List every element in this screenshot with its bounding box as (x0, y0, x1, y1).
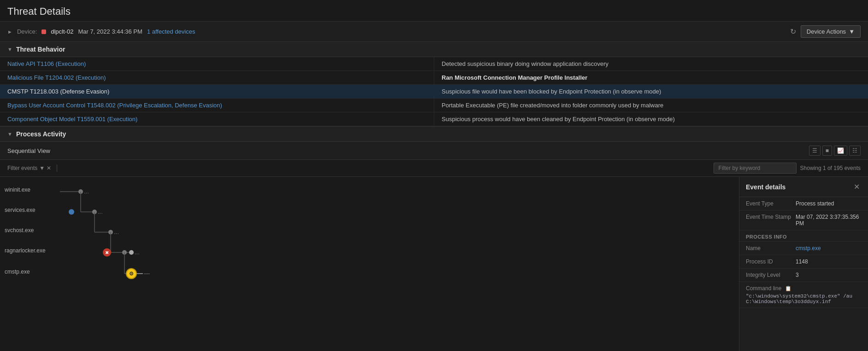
filter-down-icon: ▼ (39, 165, 45, 171)
threat-behavior-row[interactable]: CMSTP T1218.003 (Defense Evasion)Suspici… (0, 85, 868, 99)
grid-view-button[interactable]: ☷ (849, 146, 861, 156)
svg-text:...: ... (84, 188, 89, 195)
process-activity-section: ▼ Process Activity Sequential View ☰ ■ 📈… (0, 127, 868, 351)
process-activity-chevron-icon: ▼ (7, 131, 12, 137)
copy-command-icon[interactable]: 📋 (785, 286, 791, 292)
threat-right-bold[interactable]: Ran Microsoft Connection Manager Profile… (442, 74, 587, 81)
command-line-value: "c:\windows\system32\cmstp.exe" /au C:\W… (746, 293, 862, 304)
threat-left-link[interactable]: Component Object Model T1559.001 (Execut… (7, 116, 137, 123)
threat-right-text: Suspicious process would have been clean… (434, 112, 868, 126)
main-content-area: wininit.exe ... services.exe ... svchost… (0, 177, 868, 351)
device-bar: ► Device: dlpclt-02 Mar 7, 2022 3:44:36 … (0, 22, 868, 42)
threat-left-link[interactable]: Malicious File T1204.002 (Execution) (7, 74, 106, 81)
threat-behavior-chevron-icon: ▼ (7, 47, 12, 52)
event-details-header: Event details ✕ (739, 177, 868, 197)
process-info-section-label: Process Info (739, 230, 868, 242)
threat-behavior-title: Threat Behavior (16, 46, 65, 53)
svg-text:...: ... (135, 249, 140, 256)
event-type-value: Process started (796, 200, 862, 207)
svg-point-7 (69, 209, 74, 215)
threat-left-text: CMSTP T1218.003 (Defense Evasion) (0, 85, 434, 99)
integrity-level-row: Integrity Level 3 (739, 269, 868, 282)
filter-x-icon[interactable]: ✕ (47, 165, 51, 171)
process-id-row: Process ID 1148 (739, 255, 868, 269)
svg-text:cmstp.exe: cmstp.exe (5, 269, 30, 275)
threat-behavior-content: Native API T1106 (Execution)Detected sus… (0, 57, 868, 126)
showing-events-text: Showing 1 of 195 events (800, 165, 861, 171)
event-details-title: Event details (746, 183, 785, 191)
command-line-label: Command line (746, 285, 781, 292)
event-details-close-button[interactable]: ✕ (852, 181, 862, 192)
device-label: Device: (17, 28, 37, 35)
process-name-label: Name (746, 245, 792, 252)
page-title: Threat Details (7, 6, 861, 18)
svg-text:ragnarlocker.exe: ragnarlocker.exe (5, 247, 46, 254)
device-actions-chevron-icon: ▼ (849, 28, 855, 35)
page-header: Threat Details (0, 0, 868, 22)
svg-text:wininit.exe: wininit.exe (4, 187, 30, 193)
process-activity-header[interactable]: ▼ Process Activity (0, 127, 868, 142)
event-details-panel: Event details ✕ Event Type Process start… (739, 177, 868, 351)
svg-text:services.exe: services.exe (5, 207, 35, 213)
sequential-view-bar: Sequential View ☰ ■ 📈 ☷ (0, 142, 868, 160)
svg-point-21 (129, 250, 134, 255)
filter-bar: Filter events ▼ ✕ Showing 1 of 195 event… (0, 160, 868, 177)
threat-left-link[interactable]: Native API T1106 (Execution) (7, 60, 86, 67)
svg-text:⚙: ⚙ (129, 271, 134, 276)
device-actions-label: Device Actions (807, 28, 846, 35)
process-name-value[interactable]: cmstp.exe (796, 245, 862, 252)
view-icons-group: ☰ ■ 📈 ☷ (809, 146, 861, 156)
threat-behavior-header[interactable]: ▼ Threat Behavior (0, 42, 868, 57)
list-view-button[interactable]: ☰ (809, 146, 821, 156)
threat-behavior-row[interactable]: Malicious File T1204.002 (Execution)Ran … (0, 71, 868, 85)
process-activity-title: Process Activity (16, 130, 66, 138)
device-date: Mar 7, 2022 3:44:36 PM (78, 28, 142, 35)
integrity-level-value: 3 (796, 272, 862, 278)
keyword-filter-input[interactable] (714, 163, 797, 174)
event-type-row: Event Type Process started (739, 197, 868, 211)
device-name: dlpclt-02 (51, 28, 73, 35)
filter-events-control[interactable]: Filter events ▼ ✕ (7, 165, 51, 171)
device-bar-actions: ↻ Device Actions ▼ (790, 25, 861, 38)
filter-events-label: Filter events (7, 165, 37, 171)
process-id-label: Process ID (746, 258, 792, 265)
event-type-label: Event Type (746, 200, 792, 207)
process-timeline-svg: wininit.exe ... services.exe ... svchost… (0, 181, 553, 287)
threat-behavior-row[interactable]: Component Object Model T1559.001 (Execut… (0, 112, 868, 126)
svg-text:...: ... (114, 228, 119, 235)
svg-text:svchost.exe: svchost.exe (5, 227, 34, 234)
device-chevron-icon[interactable]: ► (7, 29, 12, 35)
device-status-indicator (41, 29, 46, 34)
threat-behavior-row[interactable]: Native API T1106 (Execution)Detected sus… (0, 57, 868, 71)
process-name-row: Name cmstp.exe (739, 242, 868, 255)
process-id-value: 1148 (796, 258, 862, 265)
filter-text-input[interactable] (63, 165, 709, 171)
event-timestamp-value: Mar 07, 2022 3:37:35.356 PM (796, 214, 862, 227)
command-line-row: Command line 📋 "c:\windows\system32\cmst… (739, 282, 868, 308)
threat-right-text: Suspicious file would have been blocked … (434, 85, 868, 99)
timeline-area: wininit.exe ... services.exe ... svchost… (0, 177, 739, 351)
threat-right-text: Portable Executable (PE) file created/mo… (434, 99, 868, 112)
affected-count: 1 affected devices (147, 28, 195, 35)
threat-behavior-row[interactable]: Bypass User Account Control T1548.002 (P… (0, 99, 868, 112)
svg-text:—: — (144, 270, 150, 277)
svg-text:...: ... (98, 208, 103, 215)
threat-left-link[interactable]: Bypass User Account Control T1548.002 (P… (7, 102, 222, 109)
threat-behavior-table: Native API T1106 (Execution)Detected sus… (0, 57, 868, 126)
event-timestamp-row: Event Time Stamp Mar 07, 2022 3:37:35.35… (739, 211, 868, 230)
threat-right-text: Detected suspicious binary doing window … (434, 57, 868, 71)
chart-view-button[interactable]: 📈 (834, 146, 847, 156)
threat-behavior-section: ▼ Threat Behavior Native API T1106 (Exec… (0, 42, 868, 127)
compact-grid-button[interactable]: ■ (822, 146, 832, 156)
sequential-view-label: Sequential View (7, 147, 50, 154)
device-actions-button[interactable]: Device Actions ▼ (801, 25, 861, 38)
integrity-level-label: Integrity Level (746, 272, 792, 278)
refresh-icon[interactable]: ↻ (790, 27, 796, 36)
event-timestamp-label: Event Time Stamp (746, 214, 792, 227)
svg-text:✖: ✖ (105, 250, 109, 255)
